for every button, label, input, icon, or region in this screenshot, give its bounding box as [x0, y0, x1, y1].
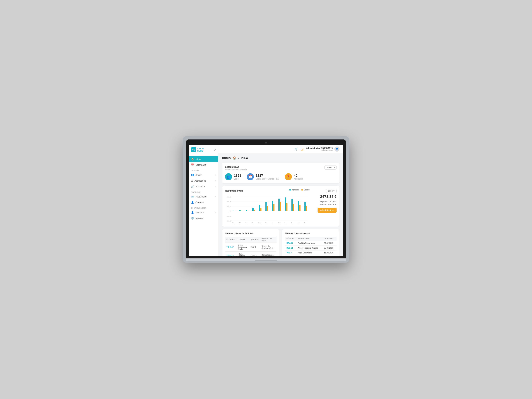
stat-icon-socios-activos: 📅 — [247, 173, 254, 180]
svg-rect-19 — [254, 210, 255, 211]
svg-rect-12 — [233, 211, 234, 211]
chart-legend: Ingresos Gastos — [289, 189, 310, 191]
nav-section-configuracion: CONFIGURACIÓN — [189, 205, 218, 210]
codigo-link[interactable]: VTS-7 — [285, 250, 297, 255]
col-cliente: CLIENTE — [236, 237, 249, 243]
stats-row: 👥 1351 Socios 📅 1187 — [225, 173, 336, 180]
home-icon: 🏠 — [191, 158, 194, 160]
sidebar-item-productos[interactable]: 🛒 Productos › — [189, 184, 218, 189]
svg-text:1500.00: 1500.00 — [227, 196, 231, 198]
stats-filter-wrapper[interactable]: Todas — [324, 165, 336, 170]
table-row: TS-0152 Paula Cardona Vicente 16,62 € Do… — [225, 252, 277, 256]
svg-rect-34 — [304, 202, 306, 211]
cart-icon[interactable]: 🛒 — [295, 148, 298, 151]
billing-icon: 🪪 — [191, 195, 194, 198]
sidebar-item-usuarios[interactable]: 👤 Usuarios › — [189, 210, 218, 215]
svg-rect-23 — [266, 206, 268, 211]
logo-text: VINCU SUITE — [197, 147, 203, 152]
cuotas-table: CÓDIGO ESTUDIANTE COMIENZO BZV-50 Raúl Q… — [285, 237, 336, 256]
sidebar-item-cuentas[interactable]: 👤 Cuentas — [189, 200, 218, 205]
comienzo-cell: 07-02-2025 — [323, 241, 336, 246]
sidebar-item-label: Productos — [196, 185, 205, 188]
chart-ingresos: Ingresos: 7203,54 € — [320, 200, 336, 203]
settings-icon: ⚙️ — [191, 217, 194, 220]
stat-value-actividades: 40 — [294, 174, 303, 178]
codigo-link[interactable]: DSS-31 — [285, 246, 297, 250]
svg-rect-17 — [247, 211, 248, 211]
cobros-table: FACTURA CLIENTE IMPORTE MÉTODO DE PAGO T… — [225, 237, 277, 256]
codigo-link[interactable]: BZV-50 — [285, 241, 297, 246]
svg-text:Dic: Dic — [304, 222, 306, 223]
svg-text:500.00: 500.00 — [227, 206, 231, 207]
col-importe: IMPORTE — [249, 237, 260, 243]
chart-container: 1500.00 1000.00 500.00 0.00 -500.00 -100… — [225, 194, 310, 224]
stats-filter-select[interactable]: Todas — [324, 165, 336, 170]
stat-label-actividades: Actividades — [294, 178, 303, 180]
laptop-camera — [265, 142, 267, 144]
products-icon: 🛒 — [191, 185, 194, 188]
sidebar-item-label: Facturación — [196, 196, 207, 198]
header-user: Administrador VINCUSUITE Administrador 👤 — [306, 146, 340, 152]
page-title: Inicio — [222, 156, 231, 160]
estudiante-cell: Aleix Fernández Alcaráz — [297, 246, 323, 250]
importe-cell: 9,72 € — [249, 243, 260, 252]
factura-link[interactable]: TS-0152 — [225, 252, 236, 256]
chart-section: Resumen anual Ingresos — [225, 189, 336, 224]
chart-main: Resumen anual Ingresos — [225, 189, 310, 224]
user-icon: 👤 — [191, 211, 194, 214]
svg-rect-25 — [273, 204, 274, 211]
svg-rect-13 — [234, 211, 235, 211]
svg-text:Mar: Mar — [246, 222, 247, 223]
sidebar-item-inicio[interactable]: 🏠 Inicio — [189, 156, 218, 162]
svg-rect-21 — [260, 208, 261, 211]
col-metodo: MÉTODO DE PAGO — [260, 237, 277, 243]
col-comienzo: COMIENZO — [323, 237, 336, 241]
svg-rect-22 — [265, 202, 266, 211]
svg-text:1000.00: 1000.00 — [227, 201, 231, 203]
sidebar-item-calendario[interactable]: 📅 Calendario — [189, 162, 218, 168]
svg-text:0.00: 0.00 — [229, 211, 231, 212]
main-content: 🛒 🌙 Administrador VINCUSUITE Administrad… — [218, 145, 343, 256]
svg-text:Ene: Ene — [232, 222, 234, 223]
sidebar-item-ajustes[interactable]: ⚙️ Ajustes — [189, 215, 218, 221]
add-invoice-button[interactable]: Añadir factura — [317, 208, 336, 213]
sidebar-nav: 🏠 Inicio 📅 Calendario GESTIÓN 👥 Socios › — [189, 155, 218, 256]
factura-link[interactable]: TC-0147 — [225, 243, 236, 252]
table-row: DSS-31 Aleix Fernández Alcaráz 09-04-202… — [285, 246, 336, 250]
metodo-cell: Domiciliaciones de pago — [260, 252, 277, 256]
chart-svg: 1500.00 1000.00 500.00 0.00 -500.00 -100… — [225, 194, 310, 224]
sidebar-item-label: Cuentas — [196, 201, 204, 204]
chevron-right-icon: › — [215, 174, 216, 176]
activities-icon: ⊞ — [191, 179, 193, 182]
sidebar-item-facturacion[interactable]: 🪪 Facturación › — [189, 194, 218, 200]
estudiante-cell: Hugo Díaz Alanis — [297, 250, 323, 255]
stat-socios-activos: 📅 1187 Socios activos últimos 7 días — [247, 173, 279, 180]
metodo-cell: Tarjeta de débito y crédito — [260, 243, 277, 252]
stat-actividades: 📍 40 Actividades — [285, 173, 303, 180]
comienzo-cell: 06-07-2024 — [323, 255, 336, 256]
chevron-right-icon: › — [215, 180, 216, 182]
chevron-down-icon: ▾ — [333, 190, 335, 192]
svg-text:Nov: Nov — [298, 222, 300, 223]
header: 🛒 🌙 Administrador VINCUSUITE Administrad… — [218, 145, 343, 153]
avatar[interactable]: 👤 — [334, 146, 340, 152]
svg-rect-28 — [285, 197, 286, 211]
nav-section-finanzas: FINANZAS — [189, 189, 218, 194]
year-selector[interactable]: 2024 ▾ — [326, 189, 336, 193]
svg-rect-26 — [278, 199, 280, 211]
chart-title: Resumen anual — [225, 189, 243, 192]
stats-subtitle: Actualizado recientemente — [225, 169, 247, 171]
gear-icon[interactable]: ⚙ — [214, 148, 216, 151]
moon-icon[interactable]: 🌙 — [300, 148, 304, 151]
sidebar-item-socios[interactable]: 👥 Socios › — [189, 172, 218, 178]
user-role: Administrador — [306, 149, 333, 151]
svg-text:Jun: Jun — [265, 222, 267, 223]
table-row: BZV-50 Raúl Quiñónez Marín 07-02-2025 — [285, 241, 336, 246]
legend-dot-gastos — [301, 189, 303, 191]
stat-socios: 👥 1351 Socios — [225, 173, 241, 180]
svg-rect-15 — [241, 211, 242, 211]
svg-text:-500.00: -500.00 — [227, 215, 231, 217]
logo-icon: VS — [191, 147, 196, 152]
codigo-link[interactable]: RVI-50 — [285, 255, 297, 256]
sidebar-item-actividades[interactable]: ⊞ Actividades › — [189, 178, 218, 184]
